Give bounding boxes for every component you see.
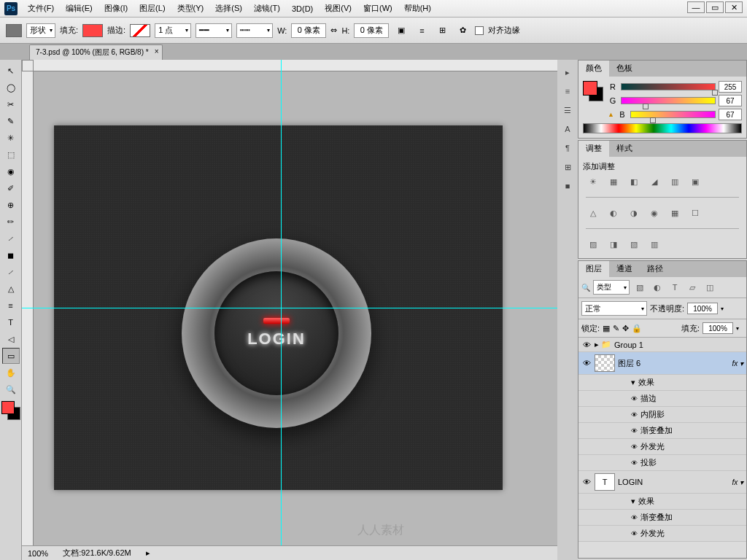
color-picker[interactable] [1,401,20,420]
status-arrow-icon[interactable]: ▸ [146,548,150,558]
dock-history-icon[interactable]: ≡ [561,85,574,98]
visibility-icon[interactable]: 👁 [581,478,592,486]
color-swatch-pair[interactable] [583,81,603,101]
arrange-icon[interactable]: ⊞ [434,23,450,39]
tab-channels[interactable]: 通道 [609,261,640,277]
filter-smart-icon[interactable]: ◫ [703,281,717,294]
close-button[interactable]: ✕ [725,1,743,13]
guide-vertical[interactable] [281,60,282,560]
history-brush-tool[interactable]: ✏ [2,214,20,230]
filter-adjust-icon[interactable]: ◐ [650,281,665,294]
dock-paragraph-icon[interactable]: ¶ [561,141,574,155]
fx-visibility-icon[interactable]: 👁 [631,530,638,537]
visibility-icon[interactable]: 👁 [581,359,592,368]
canvas-area[interactable]: LOGIN 人人素材 100% 文档:921.6K/9.62M ▸ [22,60,557,560]
dock-swatches-icon[interactable]: ⊞ [561,160,574,174]
fx-visibility-icon[interactable]: 👁 [631,411,638,419]
fx-visibility-icon[interactable]: 👁 [631,395,638,402]
color-ramp[interactable] [583,123,742,133]
adjust-icon[interactable]: ▦ [606,175,621,188]
height-input[interactable] [354,23,389,38]
lock-pos-icon[interactable]: ✥ [622,324,629,333]
ruler-horizontal[interactable] [34,60,557,71]
adjust-icon[interactable]: ◐ [606,206,621,219]
r-input[interactable] [719,81,742,93]
adjust-icon[interactable]: ◉ [647,206,662,219]
hand-tool[interactable]: ✋ [2,365,20,381]
tool-preset[interactable] [6,24,22,37]
marquee-tool[interactable]: ◯ [2,79,20,96]
fx-visibility-icon[interactable]: 👁 [631,443,638,451]
dodge-tool[interactable]: △ [2,281,20,297]
gamut-warning-icon[interactable]: ▲ [608,111,614,118]
adjust-icon[interactable]: ◨ [606,238,621,251]
dock-properties-icon[interactable]: ☰ [561,104,574,117]
layer-name[interactable]: 效果 [638,377,654,388]
b-slider[interactable] [630,111,716,118]
adjust-icon[interactable]: ◧ [627,175,641,188]
adjust-icon[interactable]: ◑ [627,206,641,219]
menu-image[interactable]: 图像(I) [98,3,133,14]
layer-row[interactable]: ▾效果 [578,494,746,510]
menu-filter[interactable]: 滤镜(T) [248,3,286,14]
lock-trans-icon[interactable]: ▦ [603,324,610,333]
tab-paths[interactable]: 路径 [640,261,670,277]
layer-name[interactable]: 外发光 [640,441,665,452]
path-ops-icon[interactable]: ▣ [393,23,409,39]
stroke-style-dash[interactable]: ┅┅ [236,23,273,38]
stroke-width[interactable]: 1 点 [155,23,191,38]
adjust-icon[interactable]: ☀ [586,175,600,188]
layer-name[interactable]: LOGIN [618,478,643,486]
eyedropper-tool[interactable]: ⬚ [2,147,20,163]
menu-layer[interactable]: 图层(L) [133,3,171,14]
layer-row[interactable]: 👁TLOGINfx ▾ [578,471,746,494]
brush-tool[interactable]: ✐ [2,180,20,196]
layer-row[interactable]: ▾效果 [578,375,746,391]
fx-toggle-icon[interactable]: ▾ [631,378,635,387]
layer-row[interactable]: 👁外发光 [578,439,746,455]
shape-mode-dropdown[interactable]: 形状 [26,23,55,38]
adjust-icon[interactable]: △ [586,206,600,219]
stamp-tool[interactable]: ⊕ [2,197,20,213]
layer-name[interactable]: 效果 [638,496,654,507]
tab-color[interactable]: 颜色 [578,61,609,77]
blur-tool[interactable]: ⟋ [2,264,20,280]
menu-help[interactable]: 帮助(H) [398,3,437,14]
zoom-level[interactable]: 100% [28,549,48,558]
opacity-arrow-icon[interactable]: ▾ [721,306,728,312]
adjust-icon[interactable]: ▧ [627,238,641,251]
dock-character-icon[interactable]: A [561,122,574,136]
visibility-icon[interactable]: 👁 [581,341,592,349]
maximize-button[interactable]: ▭ [706,1,724,13]
layer-name[interactable]: 描边 [640,393,657,404]
align-icon[interactable]: ≡ [414,23,430,39]
fx-visibility-icon[interactable]: 👁 [631,514,638,521]
stroke-style-solid[interactable]: ━━ [196,23,232,38]
fill-swatch[interactable] [82,24,103,37]
minimize-button[interactable]: — [687,1,705,13]
layer-name[interactable]: 投影 [640,457,657,468]
b-input[interactable] [719,109,742,120]
dock-play-icon[interactable]: ▸ [561,66,574,79]
guide-horizontal[interactable] [22,308,557,308]
adjust-icon[interactable]: ▥ [647,238,662,251]
crop-tool[interactable]: ✳ [2,130,20,146]
menu-type[interactable]: 类型(Y) [171,3,210,14]
layer-row[interactable]: 👁渐变叠加 [578,510,746,526]
tab-adjustments[interactable]: 调整 [578,141,609,157]
pen-tool[interactable]: ≡ [2,298,20,314]
zoom-tool[interactable]: 🔍 [2,381,20,397]
rectangle-tool[interactable]: ▭ [2,348,20,364]
menu-view[interactable]: 视图(V) [319,3,357,14]
blend-mode-dropdown[interactable]: 正常 [581,301,647,316]
fx-visibility-icon[interactable]: 👁 [631,459,638,467]
ruler-vertical[interactable] [22,71,34,560]
filter-shape-icon[interactable]: ▱ [685,281,700,294]
filter-kind-dropdown[interactable]: 类型 [593,280,630,295]
layer-row[interactable]: 👁内阴影 [578,407,746,423]
adjust-icon[interactable]: ▣ [688,175,703,188]
filter-pixel-icon[interactable]: ▧ [632,281,647,294]
layer-row[interactable]: 👁图层 6fx ▾ [578,352,746,375]
g-slider[interactable] [621,97,716,104]
link-icon[interactable]: ⇔ [330,26,337,35]
